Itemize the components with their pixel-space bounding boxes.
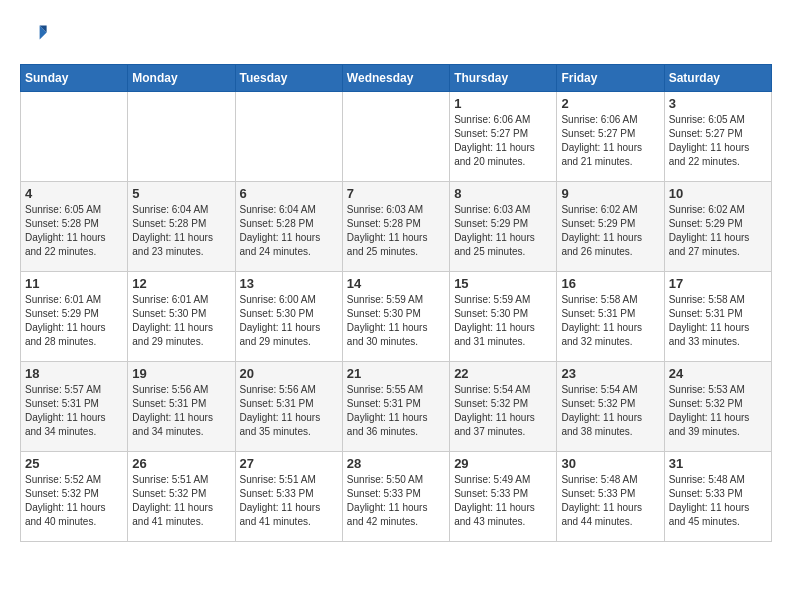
day-number: 19 (132, 366, 230, 381)
day-info: Sunrise: 5:55 AM Sunset: 5:31 PM Dayligh… (347, 383, 445, 439)
day-info: Sunrise: 5:54 AM Sunset: 5:32 PM Dayligh… (454, 383, 552, 439)
day-number: 7 (347, 186, 445, 201)
day-number: 14 (347, 276, 445, 291)
day-info: Sunrise: 6:06 AM Sunset: 5:27 PM Dayligh… (561, 113, 659, 169)
calendar-day-cell: 19Sunrise: 5:56 AM Sunset: 5:31 PM Dayli… (128, 362, 235, 452)
day-info: Sunrise: 6:05 AM Sunset: 5:27 PM Dayligh… (669, 113, 767, 169)
day-number: 15 (454, 276, 552, 291)
day-number: 8 (454, 186, 552, 201)
calendar-day-cell: 13Sunrise: 6:00 AM Sunset: 5:30 PM Dayli… (235, 272, 342, 362)
calendar-day-cell: 28Sunrise: 5:50 AM Sunset: 5:33 PM Dayli… (342, 452, 449, 542)
day-info: Sunrise: 5:56 AM Sunset: 5:31 PM Dayligh… (240, 383, 338, 439)
day-info: Sunrise: 6:03 AM Sunset: 5:28 PM Dayligh… (347, 203, 445, 259)
calendar-day-cell: 5Sunrise: 6:04 AM Sunset: 5:28 PM Daylig… (128, 182, 235, 272)
day-number: 18 (25, 366, 123, 381)
day-number: 20 (240, 366, 338, 381)
calendar-day-cell: 31Sunrise: 5:48 AM Sunset: 5:33 PM Dayli… (664, 452, 771, 542)
calendar-day-cell: 16Sunrise: 5:58 AM Sunset: 5:31 PM Dayli… (557, 272, 664, 362)
logo-icon (20, 20, 48, 48)
weekday-header: Thursday (450, 65, 557, 92)
day-number: 28 (347, 456, 445, 471)
day-number: 17 (669, 276, 767, 291)
day-info: Sunrise: 5:54 AM Sunset: 5:32 PM Dayligh… (561, 383, 659, 439)
day-number: 12 (132, 276, 230, 291)
day-info: Sunrise: 6:01 AM Sunset: 5:30 PM Dayligh… (132, 293, 230, 349)
calendar-day-cell: 25Sunrise: 5:52 AM Sunset: 5:32 PM Dayli… (21, 452, 128, 542)
calendar-day-cell: 15Sunrise: 5:59 AM Sunset: 5:30 PM Dayli… (450, 272, 557, 362)
day-info: Sunrise: 5:59 AM Sunset: 5:30 PM Dayligh… (347, 293, 445, 349)
calendar-day-cell (235, 92, 342, 182)
calendar-week-row: 18Sunrise: 5:57 AM Sunset: 5:31 PM Dayli… (21, 362, 772, 452)
day-info: Sunrise: 5:57 AM Sunset: 5:31 PM Dayligh… (25, 383, 123, 439)
calendar-day-cell: 29Sunrise: 5:49 AM Sunset: 5:33 PM Dayli… (450, 452, 557, 542)
day-number: 25 (25, 456, 123, 471)
day-info: Sunrise: 5:59 AM Sunset: 5:30 PM Dayligh… (454, 293, 552, 349)
day-number: 4 (25, 186, 123, 201)
calendar-day-cell: 3Sunrise: 6:05 AM Sunset: 5:27 PM Daylig… (664, 92, 771, 182)
day-info: Sunrise: 5:52 AM Sunset: 5:32 PM Dayligh… (25, 473, 123, 529)
day-info: Sunrise: 5:50 AM Sunset: 5:33 PM Dayligh… (347, 473, 445, 529)
calendar-day-cell: 8Sunrise: 6:03 AM Sunset: 5:29 PM Daylig… (450, 182, 557, 272)
day-info: Sunrise: 6:04 AM Sunset: 5:28 PM Dayligh… (240, 203, 338, 259)
calendar-day-cell: 27Sunrise: 5:51 AM Sunset: 5:33 PM Dayli… (235, 452, 342, 542)
day-number: 22 (454, 366, 552, 381)
day-number: 30 (561, 456, 659, 471)
calendar-day-cell: 6Sunrise: 6:04 AM Sunset: 5:28 PM Daylig… (235, 182, 342, 272)
day-number: 13 (240, 276, 338, 291)
calendar-day-cell: 12Sunrise: 6:01 AM Sunset: 5:30 PM Dayli… (128, 272, 235, 362)
weekday-header: Sunday (21, 65, 128, 92)
day-info: Sunrise: 5:49 AM Sunset: 5:33 PM Dayligh… (454, 473, 552, 529)
calendar-day-cell: 1Sunrise: 6:06 AM Sunset: 5:27 PM Daylig… (450, 92, 557, 182)
calendar-day-cell: 17Sunrise: 5:58 AM Sunset: 5:31 PM Dayli… (664, 272, 771, 362)
calendar-week-row: 1Sunrise: 6:06 AM Sunset: 5:27 PM Daylig… (21, 92, 772, 182)
calendar-day-cell: 23Sunrise: 5:54 AM Sunset: 5:32 PM Dayli… (557, 362, 664, 452)
logo (20, 20, 52, 48)
day-number: 5 (132, 186, 230, 201)
day-info: Sunrise: 6:01 AM Sunset: 5:29 PM Dayligh… (25, 293, 123, 349)
calendar-day-cell (21, 92, 128, 182)
day-number: 11 (25, 276, 123, 291)
day-number: 1 (454, 96, 552, 111)
calendar-day-cell: 30Sunrise: 5:48 AM Sunset: 5:33 PM Dayli… (557, 452, 664, 542)
day-info: Sunrise: 5:51 AM Sunset: 5:32 PM Dayligh… (132, 473, 230, 529)
calendar-day-cell: 18Sunrise: 5:57 AM Sunset: 5:31 PM Dayli… (21, 362, 128, 452)
calendar-day-cell (128, 92, 235, 182)
calendar-week-row: 25Sunrise: 5:52 AM Sunset: 5:32 PM Dayli… (21, 452, 772, 542)
day-info: Sunrise: 6:02 AM Sunset: 5:29 PM Dayligh… (669, 203, 767, 259)
day-info: Sunrise: 6:06 AM Sunset: 5:27 PM Dayligh… (454, 113, 552, 169)
page-header (20, 20, 772, 48)
day-info: Sunrise: 6:02 AM Sunset: 5:29 PM Dayligh… (561, 203, 659, 259)
day-info: Sunrise: 5:56 AM Sunset: 5:31 PM Dayligh… (132, 383, 230, 439)
day-number: 26 (132, 456, 230, 471)
weekday-header: Monday (128, 65, 235, 92)
day-info: Sunrise: 6:00 AM Sunset: 5:30 PM Dayligh… (240, 293, 338, 349)
calendar-day-cell: 11Sunrise: 6:01 AM Sunset: 5:29 PM Dayli… (21, 272, 128, 362)
day-info: Sunrise: 6:05 AM Sunset: 5:28 PM Dayligh… (25, 203, 123, 259)
calendar-day-cell (342, 92, 449, 182)
day-info: Sunrise: 6:04 AM Sunset: 5:28 PM Dayligh… (132, 203, 230, 259)
day-info: Sunrise: 5:51 AM Sunset: 5:33 PM Dayligh… (240, 473, 338, 529)
day-number: 21 (347, 366, 445, 381)
day-number: 24 (669, 366, 767, 381)
weekday-header: Wednesday (342, 65, 449, 92)
day-info: Sunrise: 5:58 AM Sunset: 5:31 PM Dayligh… (669, 293, 767, 349)
day-info: Sunrise: 5:53 AM Sunset: 5:32 PM Dayligh… (669, 383, 767, 439)
day-info: Sunrise: 5:58 AM Sunset: 5:31 PM Dayligh… (561, 293, 659, 349)
calendar-day-cell: 24Sunrise: 5:53 AM Sunset: 5:32 PM Dayli… (664, 362, 771, 452)
day-number: 29 (454, 456, 552, 471)
day-number: 23 (561, 366, 659, 381)
calendar-day-cell: 4Sunrise: 6:05 AM Sunset: 5:28 PM Daylig… (21, 182, 128, 272)
calendar-day-cell: 10Sunrise: 6:02 AM Sunset: 5:29 PM Dayli… (664, 182, 771, 272)
calendar-day-cell: 14Sunrise: 5:59 AM Sunset: 5:30 PM Dayli… (342, 272, 449, 362)
calendar-day-cell: 2Sunrise: 6:06 AM Sunset: 5:27 PM Daylig… (557, 92, 664, 182)
day-info: Sunrise: 5:48 AM Sunset: 5:33 PM Dayligh… (561, 473, 659, 529)
day-number: 2 (561, 96, 659, 111)
calendar-table: SundayMondayTuesdayWednesdayThursdayFrid… (20, 64, 772, 542)
calendar-day-cell: 22Sunrise: 5:54 AM Sunset: 5:32 PM Dayli… (450, 362, 557, 452)
calendar-week-row: 4Sunrise: 6:05 AM Sunset: 5:28 PM Daylig… (21, 182, 772, 272)
calendar-day-cell: 20Sunrise: 5:56 AM Sunset: 5:31 PM Dayli… (235, 362, 342, 452)
day-number: 9 (561, 186, 659, 201)
calendar-day-cell: 9Sunrise: 6:02 AM Sunset: 5:29 PM Daylig… (557, 182, 664, 272)
weekday-header: Friday (557, 65, 664, 92)
weekday-header-row: SundayMondayTuesdayWednesdayThursdayFrid… (21, 65, 772, 92)
